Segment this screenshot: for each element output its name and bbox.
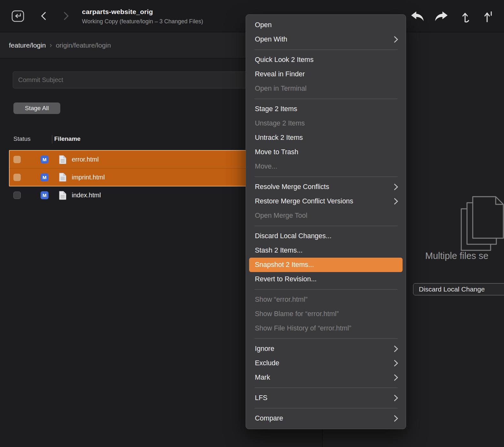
menu-item-label: Open With [255, 35, 287, 43]
menu-item-move-to-trash[interactable]: Move to Trash [246, 145, 406, 159]
selection-message: Multiple files se [425, 251, 488, 261]
undo-icon[interactable] [410, 11, 425, 23]
submenu-chevron-icon [394, 198, 398, 205]
window-subtitle: Working Copy (feature/login – 3 Changed … [82, 18, 203, 25]
menu-separator [255, 289, 398, 290]
menu-item-untrack-2-items[interactable]: Untrack 2 Items [246, 131, 406, 145]
menu-item-label: Unstage 2 Items [255, 119, 305, 127]
menu-item-label: Stage 2 Items [255, 105, 297, 113]
column-header-filename[interactable]: Filename [54, 135, 80, 142]
stage-checkbox[interactable] [13, 192, 21, 199]
menu-separator [255, 338, 398, 339]
multiple-files-icon [460, 195, 504, 253]
menu-separator [255, 388, 398, 388]
menu-item-open[interactable]: Open [246, 18, 406, 32]
submenu-chevron-icon [394, 415, 398, 422]
stage-checkbox[interactable] [13, 174, 21, 181]
menu-item-label: Restore Merge Conflict Versions [255, 197, 353, 205]
app-icon[interactable] [11, 10, 24, 22]
menu-item-stash-2-items[interactable]: Stash 2 Items... [246, 243, 406, 258]
menu-item-label: LFS [255, 394, 267, 402]
menu-item-unstage-2-items: Unstage 2 Items [246, 116, 406, 131]
stage-checkbox[interactable] [13, 156, 21, 163]
menu-item-label: Reveal in Finder [255, 70, 305, 78]
redo-icon[interactable] [434, 11, 448, 23]
context-menu: OpenOpen WithQuick Look 2 ItemsReveal in… [246, 14, 406, 429]
submenu-chevron-icon [394, 395, 398, 401]
menu-item-label: Snapshot 2 Items... [255, 261, 314, 269]
menu-item-label: Exclude [255, 359, 279, 367]
column-header-status[interactable]: Status [13, 135, 31, 142]
menu-item-compare[interactable]: Compare [246, 411, 406, 426]
menu-item-label: Show File History of “error.html” [255, 324, 351, 332]
filename-label: index.html [72, 192, 101, 199]
menu-item-label: Open Merge Tool [255, 212, 308, 219]
status-badge: M [41, 155, 48, 163]
menu-item-open-in-terminal: Open in Terminal [246, 81, 406, 96]
menu-separator [255, 408, 398, 408]
menu-item-label: Open [255, 21, 272, 29]
submenu-chevron-icon [394, 374, 398, 381]
breadcrumb-branch[interactable]: feature/login [9, 42, 46, 49]
menu-item-quick-look-2-items[interactable]: Quick Look 2 Items [246, 53, 406, 67]
menu-item-label: Open in Terminal [255, 85, 307, 92]
menu-item-label: Compare [255, 414, 283, 422]
menu-item-label: Resolve Merge Conflicts [255, 183, 329, 191]
forward-button[interactable] [61, 11, 70, 20]
menu-item-revert-to-revision[interactable]: Revert to Revision... [246, 272, 406, 286]
menu-item-move: Move... [246, 159, 406, 174]
menu-item-label: Mark [255, 374, 270, 381]
menu-item-restore-merge-conflict-versions[interactable]: Restore Merge Conflict Versions [246, 194, 406, 208]
submenu-chevron-icon [394, 360, 398, 367]
menu-item-label: Quick Look 2 Items [255, 56, 314, 64]
filename-label: imprint.html [72, 174, 105, 181]
checkout-icon[interactable] [462, 11, 471, 24]
menu-item-open-with[interactable]: Open With [246, 32, 406, 47]
menu-item-label: Ignore [255, 345, 274, 352]
status-badge: M [41, 191, 48, 199]
breadcrumb-separator-icon: › [50, 41, 52, 49]
menu-item-label: Untrack 2 Items [255, 134, 303, 141]
menu-separator [255, 226, 398, 226]
status-badge: M [41, 173, 48, 181]
menu-item-label: Show Blame for “error.html” [255, 310, 339, 318]
window-title: carparts-website_orig [82, 8, 203, 16]
menu-item-label: Discard Local Changes... [255, 232, 331, 240]
file-icon [59, 155, 66, 164]
menu-item-exclude[interactable]: Exclude [246, 356, 406, 370]
menu-item-show-blame-for-error-html: Show Blame for “error.html” [246, 307, 406, 321]
file-icon [59, 191, 66, 200]
stage-all-button[interactable]: Stage All [13, 102, 60, 114]
menu-item-label: Stash 2 Items... [255, 246, 302, 254]
menu-item-reveal-in-finder[interactable]: Reveal in Finder [246, 67, 406, 81]
menu-item-open-merge-tool: Open Merge Tool [246, 208, 406, 223]
menu-item-label: Move to Trash [255, 148, 298, 156]
menu-item-label: Move... [255, 163, 278, 170]
menu-item-label: Revert to Revision... [255, 275, 317, 283]
filename-label: error.html [72, 156, 99, 163]
menu-item-discard-local-changes[interactable]: Discard Local Changes... [246, 229, 406, 243]
submenu-chevron-icon [394, 345, 398, 352]
menu-separator [255, 177, 398, 177]
menu-item-lfs[interactable]: LFS [246, 391, 406, 405]
menu-item-snapshot-2-items[interactable]: Snapshot 2 Items... [249, 258, 403, 272]
menu-separator [255, 49, 398, 50]
breadcrumb-remote[interactable]: origin/feature/login [56, 42, 111, 49]
menu-item-show-error-html: Show “error.html” [246, 292, 406, 307]
menu-item-show-file-history-of-error-html: Show File History of “error.html” [246, 321, 406, 336]
menu-item-mark[interactable]: Mark [246, 370, 406, 385]
menu-item-stage-2-items[interactable]: Stage 2 Items [246, 102, 406, 116]
file-icon [59, 173, 66, 182]
submenu-chevron-icon [394, 36, 398, 43]
menu-item-label: Show “error.html” [255, 296, 308, 303]
discard-local-changes-button[interactable]: Discard Local Change [413, 283, 504, 295]
menu-item-resolve-merge-conflicts[interactable]: Resolve Merge Conflicts [246, 180, 406, 194]
submenu-chevron-icon [394, 184, 398, 190]
back-button[interactable] [40, 11, 48, 20]
column-divider[interactable] [52, 135, 52, 144]
menu-item-ignore[interactable]: Ignore [246, 342, 406, 356]
menu-separator [255, 99, 398, 99]
push-icon[interactable] [484, 11, 493, 24]
